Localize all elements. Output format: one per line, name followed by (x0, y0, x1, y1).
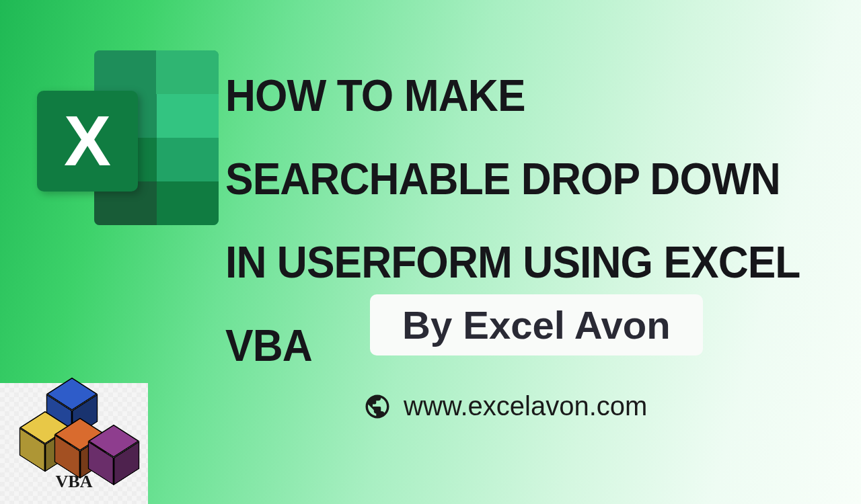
excel-logo-icon: X (37, 50, 219, 232)
author-badge: By Excel Avon (370, 294, 703, 355)
vba-cubes-icon (20, 395, 128, 469)
excel-logo-square: X (37, 91, 138, 192)
website-url: www.excelavon.com (404, 391, 647, 421)
author-label: By Excel Avon (402, 303, 671, 347)
website-row: www.excelavon.com (363, 391, 647, 421)
excel-logo-letter: X (64, 101, 111, 181)
globe-icon (363, 392, 391, 421)
vba-badge: VBA (0, 383, 148, 504)
